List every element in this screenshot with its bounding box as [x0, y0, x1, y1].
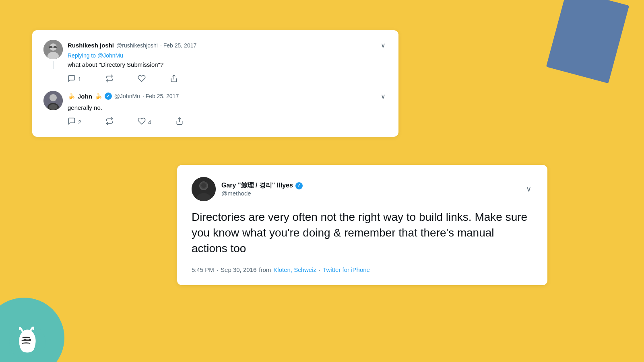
tweet-1-author-handle: @rushikeshjoshi [116, 42, 158, 49]
tweet-2-author-handle: @JohnMu [114, 93, 140, 99]
dot-2: · [319, 266, 320, 273]
tweet-card-2: Gary "鯨理 / 경리" Illyes ✓ @methode ∨ Direc… [177, 165, 547, 285]
tweet-2-like-button[interactable]: 4 [138, 117, 151, 127]
svg-rect-4 [54, 46, 57, 48]
zebra-logo [7, 322, 47, 362]
tweet-1-chevron[interactable]: ∨ [379, 40, 387, 51]
svg-point-19 [29, 339, 31, 341]
tweet-2-reply-button[interactable]: 2 [68, 117, 81, 127]
tweet-3-from-label: from [259, 266, 271, 273]
tweet-2-date: · Feb 25, 2017 [142, 93, 179, 99]
tweet-1-reply-button[interactable]: 1 [68, 74, 81, 84]
tweet-3-text: Directories are very often not the right… [192, 209, 533, 257]
decorative-circle [0, 298, 64, 362]
tweet-3-header: Gary "鯨理 / 경리" Illyes ✓ @methode ∨ [192, 177, 533, 201]
tweet-2-retweet-button[interactable] [105, 117, 114, 127]
tweet-1-text: what about "Directory Submission"? [68, 60, 387, 70]
tweet-3-author-info: Gary "鯨理 / 경리" Illyes ✓ @methode [221, 181, 303, 197]
tweet-1-actions: 1 [68, 74, 387, 84]
tweet-2-text: generally no. [68, 103, 387, 113]
tweet-card-1: Rushikesh joshi @rushikeshjoshi · Feb 25… [32, 30, 398, 137]
retweet-icon-2 [105, 117, 114, 127]
avatar-john [43, 91, 63, 110]
svg-point-10 [49, 104, 58, 110]
like-icon-2 [138, 117, 146, 127]
tweet-2-actions: 2 4 [68, 117, 387, 127]
tweet-1-date: · Feb 25, 2017 [160, 42, 196, 49]
like-icon [138, 74, 146, 84]
tweet-3-time: 5:45 PM [192, 266, 214, 273]
reply-icon-2 [68, 117, 76, 127]
tweet-2-chevron[interactable]: ∨ [379, 91, 387, 102]
dot-1: · [217, 266, 218, 273]
tweet-3-location[interactable]: Kloten, Schweiz [273, 266, 316, 273]
tweet-2-verified-badge: ✓ [105, 93, 112, 100]
tweet-2-emoji-prefix: 🍌 [68, 93, 75, 100]
tweet-3-verified-badge: ✓ [295, 182, 303, 189]
avatar-rushikesh [43, 40, 63, 59]
tweet-3-author-handle: @methode [221, 190, 303, 197]
tweet-3-author: Gary "鯨理 / 경리" Illyes ✓ @methode [192, 177, 303, 201]
retweet-icon [105, 74, 114, 84]
svg-point-16 [201, 183, 206, 188]
tweet-1-share-button[interactable] [170, 74, 178, 84]
share-icon-2 [175, 117, 184, 127]
tweet-1-like-button[interactable] [138, 74, 146, 84]
reply-icon [68, 74, 76, 84]
tweet-1-content: Rushikesh joshi @rushikeshjoshi · Feb 25… [68, 40, 387, 84]
tweet-2-share-button[interactable] [175, 117, 184, 127]
tweet-1-author-name: Rushikesh joshi [68, 42, 114, 49]
tweet-3-chevron[interactable]: ∨ [524, 183, 533, 195]
tweet-2-emoji-suffix: 🍌 [95, 93, 102, 100]
tweet-3-author-name: Gary "鯨理 / 경리" Illyes [221, 181, 293, 190]
share-icon [170, 74, 178, 84]
tweet-3-via[interactable]: Twitter for iPhone [323, 266, 370, 273]
svg-point-8 [50, 94, 57, 101]
tweet-1-reply-to: Replying to @JohnMu [68, 52, 387, 59]
decorative-rectangle [546, 0, 629, 83]
tweet-3-meta: 5:45 PM · Sep 30, 2016 from Kloten, Schw… [192, 266, 533, 273]
tweet-2-content: 🍌 John 🍌 ✓ @JohnMu · Feb 25, 2017 ∨ gene… [68, 91, 387, 128]
svg-point-18 [24, 339, 26, 341]
tweet-1-retweet-button[interactable] [105, 74, 114, 84]
svg-rect-3 [49, 46, 52, 48]
tweet-3-date: Sep 30, 2016 [221, 266, 256, 273]
tweet-2-author-name: John [78, 93, 92, 100]
avatar-gary [192, 177, 216, 201]
